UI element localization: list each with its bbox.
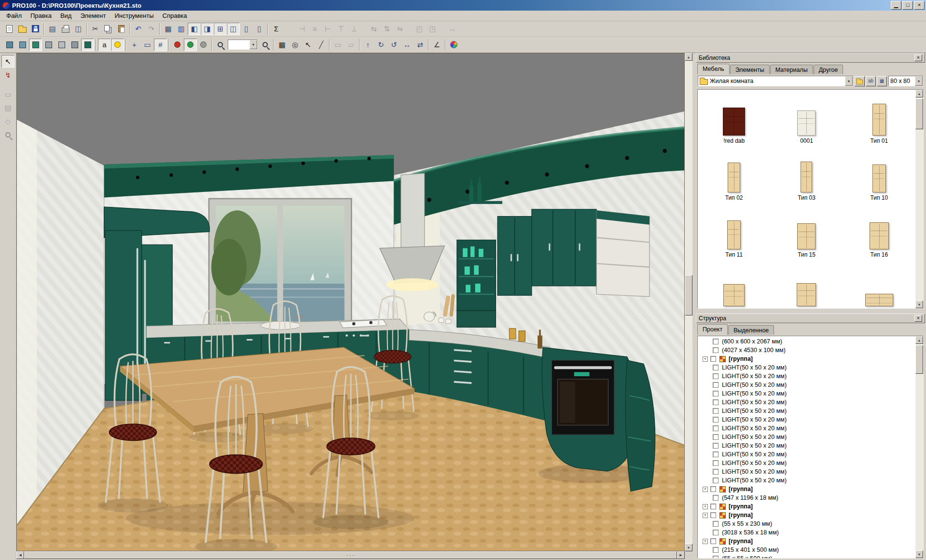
- view-shaded-button[interactable]: [29, 39, 42, 51]
- tree-checkbox[interactable]: [713, 399, 719, 405]
- tree-checkbox[interactable]: [713, 417, 719, 423]
- 3d-viewport[interactable]: [16, 53, 685, 551]
- vscroll-thumb[interactable]: [685, 275, 692, 315]
- tree-checkbox[interactable]: [713, 425, 719, 431]
- panel-extra-2-button[interactable]: ▯: [253, 23, 266, 35]
- tree-row[interactable]: (3018 x 536 x 18 мм): [698, 528, 915, 537]
- library-tab-0[interactable]: Мебель: [697, 64, 730, 74]
- tree-row[interactable]: LIGHT(50 x 50 x 20 мм): [698, 433, 915, 441]
- library-tab-2[interactable]: Материалы: [770, 65, 813, 74]
- tree-checkbox[interactable]: [710, 512, 716, 518]
- scroll-right-icon[interactable]: ▶: [677, 551, 685, 559]
- print-button[interactable]: [59, 23, 72, 35]
- structure-close-button[interactable]: ×: [914, 315, 922, 322]
- undo-button[interactable]: ↶: [132, 23, 145, 35]
- tree-checkbox[interactable]: [713, 556, 719, 559]
- scroll-down-icon[interactable]: ▼: [685, 544, 692, 551]
- tree-row[interactable]: LIGHT(50 x 50 x 20 мм): [698, 476, 915, 485]
- tree-expander[interactable]: +: [703, 513, 708, 518]
- tree-row[interactable]: +[группа]: [698, 485, 915, 493]
- tree-row[interactable]: (4027 x 4530 x 100 мм): [698, 346, 915, 355]
- library-item[interactable]: Тип 02: [698, 147, 770, 204]
- tree-row[interactable]: LIGHT(50 x 50 x 20 мм): [698, 450, 915, 459]
- tree-row[interactable]: (600 x 600 x 2067 мм): [698, 337, 915, 346]
- view-perspective-button[interactable]: [3, 39, 16, 51]
- show-projects-panel-button[interactable]: ◧: [188, 23, 201, 35]
- save-project-button[interactable]: [29, 23, 42, 35]
- structure-scroll-up-icon[interactable]: ▲: [915, 336, 923, 344]
- tree-expander[interactable]: +: [703, 356, 708, 362]
- tree-row[interactable]: LIGHT(50 x 50 x 20 мм): [698, 381, 915, 389]
- close-button[interactable]: ×: [914, 1, 925, 10]
- pointer-mode-button[interactable]: ↖: [302, 39, 315, 51]
- select-tool-button[interactable]: ↖: [1, 55, 14, 68]
- materials-button[interactable]: [447, 39, 460, 51]
- tree-checkbox[interactable]: [713, 469, 719, 475]
- library-tab-1[interactable]: Элементы: [730, 65, 770, 74]
- dimensions-toggle-button[interactable]: ▭: [141, 39, 154, 51]
- tree-checkbox[interactable]: [713, 408, 719, 414]
- library-panel-header[interactable]: Библиотека ×: [696, 53, 925, 63]
- tree-checkbox[interactable]: [713, 443, 719, 449]
- library-close-button[interactable]: ×: [914, 55, 922, 61]
- tree-checkbox[interactable]: [713, 434, 719, 440]
- viewport-vscrollbar[interactable]: ▲ ▼: [685, 53, 692, 551]
- copy-button[interactable]: [102, 23, 115, 35]
- scroll-left-icon[interactable]: ◀: [16, 551, 24, 559]
- panel-extra-1-button[interactable]: ▯: [240, 23, 253, 35]
- view-side-button[interactable]: [68, 39, 81, 51]
- open-project-button[interactable]: [16, 23, 29, 35]
- maximize-button[interactable]: □: [902, 1, 913, 10]
- move-up-button[interactable]: ↑: [361, 39, 374, 51]
- snap-toggle-button[interactable]: +: [128, 39, 141, 51]
- sort-names-button[interactable]: ab: [866, 76, 876, 86]
- tree-checkbox[interactable]: [713, 451, 719, 457]
- tree-row[interactable]: +[группа]: [698, 537, 915, 546]
- zoom-in-button[interactable]: [259, 39, 272, 51]
- tree-row[interactable]: LIGHT(50 x 50 x 20 мм): [698, 372, 915, 381]
- tree-checkbox[interactable]: [713, 365, 719, 370]
- tree-checkbox[interactable]: [710, 504, 716, 509]
- category-dropdown-icon[interactable]: ▼: [845, 76, 853, 86]
- zoom-level-dropdown-icon[interactable]: ▼: [249, 40, 257, 49]
- tree-expander[interactable]: +: [703, 539, 708, 544]
- zoom-out-button[interactable]: [214, 39, 227, 51]
- tree-checkbox[interactable]: [713, 339, 719, 344]
- tree-row[interactable]: LIGHT(50 x 50 x 20 мм): [698, 363, 915, 372]
- view-axonometry-button[interactable]: [16, 39, 29, 51]
- tree-expander[interactable]: +: [703, 504, 708, 509]
- textures-toggle-button[interactable]: a: [98, 39, 111, 51]
- page-setup-button[interactable]: ▤: [46, 23, 59, 35]
- rotate-button[interactable]: ↻: [374, 39, 387, 51]
- paste-button[interactable]: [115, 23, 128, 35]
- hscroll-thumb[interactable]: ···: [24, 551, 677, 559]
- library-scroll-down-icon[interactable]: ▼: [915, 300, 923, 308]
- tree-checkbox[interactable]: [713, 373, 719, 379]
- minimize-button[interactable]: ▁: [891, 1, 901, 10]
- orbit-button[interactable]: ↺: [387, 39, 401, 51]
- tree-row[interactable]: LIGHT(50 x 50 x 20 мм): [698, 398, 915, 407]
- tree-row[interactable]: +[группа]: [698, 511, 915, 519]
- view-grid-button[interactable]: ▦: [877, 76, 887, 86]
- tree-row[interactable]: (55 x 55 x 230 мм): [698, 519, 915, 528]
- tree-checkbox[interactable]: [713, 547, 719, 553]
- zoom-level[interactable]: ▼: [228, 40, 258, 50]
- dimension-tool-button[interactable]: ↯: [1, 68, 14, 81]
- library-item[interactable]: Тип 18: [770, 260, 843, 309]
- structure-tab-1[interactable]: Выделенное: [728, 325, 774, 335]
- menu-item-2[interactable]: Вид: [56, 11, 76, 21]
- menu-item-0[interactable]: Файл: [2, 11, 26, 21]
- grid-toggle-button[interactable]: #: [154, 39, 167, 51]
- tree-checkbox[interactable]: [710, 538, 716, 544]
- library-item[interactable]: !red dab: [698, 90, 770, 147]
- menu-item-3[interactable]: Элемент: [76, 11, 110, 21]
- library-scroll-up-icon[interactable]: ▲: [915, 90, 923, 97]
- tree-checkbox[interactable]: [710, 356, 716, 362]
- view-textured-button[interactable]: [81, 39, 94, 51]
- viewport-hscrollbar[interactable]: ◀ ··· ▶: [16, 551, 685, 559]
- move-button[interactable]: ↔: [401, 39, 414, 51]
- library-item[interactable]: Тип 11: [698, 204, 770, 260]
- tree-row[interactable]: LIGHT(50 x 50 x 20 мм): [698, 407, 915, 415]
- structure-panel-header[interactable]: Структура ×: [696, 314, 925, 323]
- tree-row[interactable]: +[группа]: [698, 355, 915, 363]
